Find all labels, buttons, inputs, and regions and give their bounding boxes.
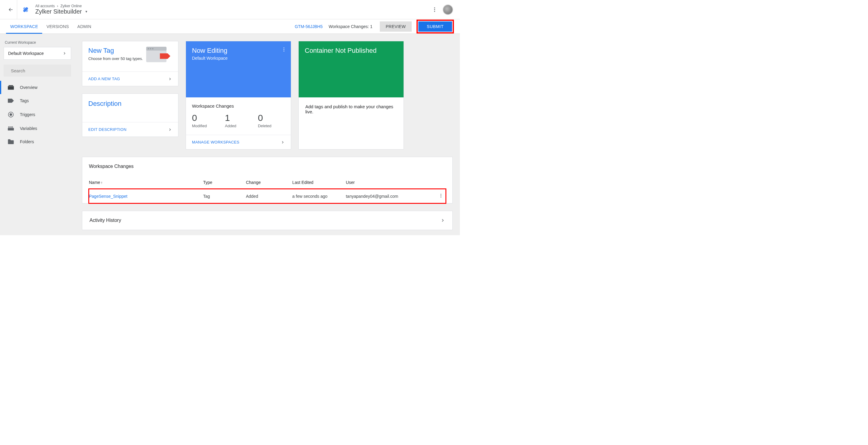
sidebar-item-label: Tags (20, 98, 29, 103)
svg-point-23 (441, 194, 441, 195)
sidebar-item-label: Folders (20, 139, 34, 144)
tab-versions[interactable]: Versions (42, 19, 73, 34)
preview-button[interactable]: PREVIEW (380, 21, 412, 32)
row-user: tanyapandey04@gmail.com (346, 189, 431, 203)
sidebar-item-label: Triggers (20, 112, 35, 117)
stat-label: Modified (192, 124, 219, 128)
chevron-right-icon (62, 51, 67, 56)
avatar[interactable] (443, 5, 453, 14)
sidebar-nav: Overview Tags Triggers Variables Folders (0, 81, 71, 148)
svg-point-24 (441, 196, 441, 196)
svg-rect-12 (10, 126, 10, 127)
table-row[interactable]: PageSense_Snippet Tag Added a few second… (89, 189, 446, 203)
now-editing-more[interactable] (281, 47, 287, 52)
variables-icon (8, 126, 14, 130)
svg-point-20 (284, 47, 284, 48)
container-id-link[interactable]: GTM-56JJBH5 (295, 24, 323, 29)
stat-modified: 0 Modified (192, 113, 219, 128)
svg-point-3 (434, 9, 435, 10)
sidebar: Current Workspace Default Workspace Over… (0, 34, 75, 235)
trigger-icon (8, 112, 14, 118)
row-change: Added (246, 189, 292, 203)
container-status-body: Add tags and publish to make your change… (299, 97, 404, 145)
arrow-left-icon (8, 7, 14, 13)
app-logo (19, 5, 33, 14)
svg-point-25 (441, 197, 441, 198)
add-new-tag-label: ADD A NEW TAG (88, 77, 120, 81)
svg-rect-13 (11, 126, 12, 127)
current-workspace-label: Current Workspace (4, 39, 71, 47)
svg-rect-6 (8, 86, 14, 90)
overview-icon (8, 85, 14, 90)
more-vert-icon (281, 47, 287, 52)
workspace-selector[interactable]: Default Workspace (4, 47, 71, 60)
sidebar-item-label: Overview (20, 85, 37, 90)
col-change[interactable]: Change (246, 178, 292, 189)
search-box[interactable] (4, 64, 71, 77)
browser-tag-icon (146, 47, 171, 66)
now-editing-title: Now Editing (192, 47, 285, 55)
col-name[interactable]: Name↑ (89, 178, 203, 189)
edit-description-label: EDIT DESCRIPTION (88, 127, 127, 132)
tag-icon (8, 98, 14, 103)
chevron-right-icon: › (57, 4, 58, 8)
col-last-edited[interactable]: Last Edited (292, 178, 346, 189)
back-button[interactable] (5, 7, 17, 13)
svg-point-9 (10, 114, 12, 116)
changes-table: Name↑ Type Change Last Edited User PageS… (89, 178, 446, 203)
workspace-changes-label: Workspace Changes (192, 103, 285, 109)
sidebar-item-variables[interactable]: Variables (0, 122, 71, 135)
col-user[interactable]: User (346, 178, 431, 189)
description-card: Description EDIT DESCRIPTION (82, 93, 179, 137)
row-type: Tag (203, 189, 246, 203)
workspace-changes-card: Workspace Changes Name↑ Type Change Last… (82, 157, 453, 204)
workspace-changes-title: Workspace Changes (89, 164, 446, 169)
svg-rect-11 (8, 126, 9, 127)
svg-rect-10 (8, 128, 14, 130)
chevron-right-icon (440, 218, 445, 223)
svg-rect-7 (9, 85, 13, 86)
tab-workspace[interactable]: Workspace (6, 19, 42, 34)
svg-point-17 (148, 48, 149, 50)
container-status-card: Container Not Published Add tags and pub… (299, 41, 404, 150)
row-more-menu[interactable] (438, 193, 443, 198)
stat-value: 1 (225, 113, 252, 123)
stat-added: 1 Added (225, 113, 252, 128)
new-tag-graphic (145, 47, 172, 66)
manage-workspaces-label: MANAGE WORKSPACES (192, 140, 239, 144)
gtm-logo-icon (21, 5, 30, 14)
col-type[interactable]: Type (203, 178, 246, 189)
submit-button[interactable]: SUBMIT (418, 21, 452, 32)
breadcrumb-item[interactable]: All accounts (35, 4, 55, 8)
sidebar-item-label: Variables (20, 126, 37, 131)
sidebar-item-overview[interactable]: Overview (0, 81, 71, 94)
caret-down-icon[interactable]: ▼ (85, 10, 88, 13)
stat-label: Deleted (258, 124, 285, 128)
edit-description-link[interactable]: EDIT DESCRIPTION (82, 122, 178, 137)
new-tag-subtitle: Choose from over 50 tag types. (88, 56, 145, 61)
stat-deleted: 0 Deleted (258, 113, 285, 128)
svg-point-19 (152, 48, 154, 50)
activity-history-card[interactable]: Activity History (82, 211, 453, 230)
new-tag-title: New Tag (88, 47, 145, 55)
sidebar-item-triggers[interactable]: Triggers (0, 107, 71, 122)
row-last-edited: a few seconds ago (292, 189, 346, 203)
chevron-right-icon (281, 140, 285, 144)
svg-rect-16 (146, 47, 166, 51)
more-menu[interactable] (432, 7, 438, 13)
manage-workspaces-link[interactable]: MANAGE WORKSPACES (186, 135, 291, 149)
description-title: Description (82, 94, 178, 122)
sort-asc-icon: ↑ (101, 181, 102, 185)
sidebar-item-folders[interactable]: Folders (0, 135, 71, 148)
sidebar-item-tags[interactable]: Tags (0, 94, 71, 107)
divider (17, 0, 17, 19)
search-input[interactable] (11, 68, 68, 73)
tab-admin[interactable]: Admin (73, 19, 96, 34)
svg-point-22 (284, 51, 284, 52)
breadcrumb[interactable]: All accounts › Zylker Online (35, 4, 432, 8)
breadcrumb-item[interactable]: Zylker Online (60, 4, 82, 8)
stat-value: 0 (258, 113, 285, 123)
add-new-tag-link[interactable]: ADD A NEW TAG (82, 71, 178, 86)
row-name-link[interactable]: PageSense_Snippet (89, 194, 127, 199)
svg-rect-14 (12, 126, 13, 127)
